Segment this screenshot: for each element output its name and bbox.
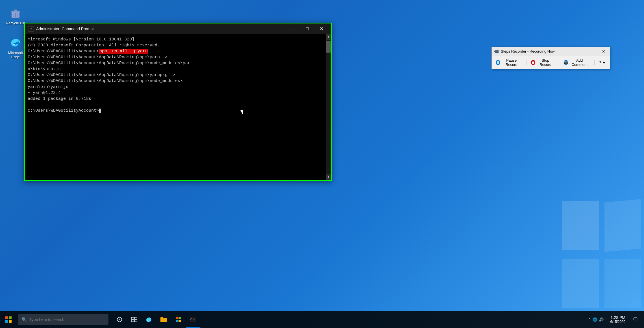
- steps-recorder-icon: 📹: [494, 49, 499, 54]
- cmd-window: C:\ Administrator: Command Prompt — □ ✕ …: [24, 23, 332, 181]
- cmd-content[interactable]: Microsoft Windows [Version 10.0.19041.32…: [25, 34, 331, 180]
- taskbar: 🔍: [0, 311, 644, 328]
- cmd-line-5: n\bin\yarn.js: [28, 66, 328, 72]
- help-button[interactable]: ? ▼: [597, 60, 608, 66]
- toolbar-separator-1: [526, 60, 526, 65]
- toolbar-separator-2: [559, 60, 559, 65]
- steps-recorder-controls: — ✕: [591, 48, 608, 55]
- steps-recorder-window: 📹 Steps Recorder - Recording Now — ✕ ⏸ P…: [491, 47, 610, 69]
- task-view-button[interactable]: [112, 311, 127, 328]
- notification-button[interactable]: 🗨: [630, 311, 641, 328]
- svg-rect-15: [131, 317, 134, 319]
- search-icon: 🔍: [21, 317, 27, 322]
- cmd-line-4: C:\Users\WDAGUtilityAccount\AppData\Roam…: [28, 54, 328, 66]
- edge-icon[interactable]: Microsoft Edge: [4, 34, 27, 61]
- cmd-prompt-2: C:\Users\WDAGUtilityAccount>: [28, 108, 99, 113]
- search-bar[interactable]: 🔍: [18, 314, 108, 325]
- svg-text:C:\>: C:\>: [190, 318, 195, 321]
- recycle-bin-label: Recycle Bin: [6, 21, 25, 25]
- svg-rect-25: [179, 320, 181, 322]
- cmd-controls: — □ ✕: [286, 23, 328, 34]
- cmd-titlebar: C:\ Administrator: Command Prompt — □ ✕: [25, 23, 331, 34]
- scrollbar-track[interactable]: [326, 40, 331, 174]
- clock-time: 1:28 PM: [611, 315, 625, 320]
- add-comment-button[interactable]: 📷 Add Comment: [562, 57, 591, 68]
- cmd-taskbar-button[interactable]: C:\>: [186, 311, 200, 328]
- edge-taskbar-button[interactable]: [142, 311, 156, 328]
- svg-rect-23: [179, 317, 181, 319]
- svg-rect-16: [134, 317, 137, 319]
- tray-chevron[interactable]: ⌃: [588, 317, 591, 322]
- edge-image: [8, 35, 23, 49]
- stop-record-label: Stop Record: [536, 58, 554, 67]
- cmd-highlighted-text: npm install -g yarn: [99, 49, 148, 54]
- svg-point-14: [119, 319, 120, 320]
- help-label: ?: [599, 61, 601, 65]
- pause-icon: ⏸: [496, 60, 500, 65]
- help-dropdown-icon: ▼: [602, 61, 606, 65]
- recycle-bin-icon[interactable]: Recycle Bin: [4, 4, 27, 27]
- cmd-line-8: + yarn@1.22.4: [28, 90, 328, 96]
- steps-recorder-minimize-button[interactable]: —: [591, 48, 599, 55]
- windows-logo-graphic: [562, 201, 641, 308]
- steps-recorder-title: Steps Recorder - Recording Now: [501, 49, 591, 53]
- steps-recorder-close-button[interactable]: ✕: [600, 48, 608, 55]
- cmd-blank-1: [28, 102, 328, 108]
- svg-rect-9: [5, 316, 8, 319]
- steps-recorder-toolbar: ⏸ Pause Record ⏹ Stop Record 📷 Add Comme…: [492, 56, 610, 69]
- steps-recorder-titlebar: 📹 Steps Recorder - Recording Now — ✕: [492, 47, 610, 56]
- svg-rect-2: [14, 10, 17, 11]
- cmd-close-button[interactable]: ✕: [315, 23, 328, 34]
- add-comment-label: Add Comment: [569, 58, 590, 67]
- scrollbar-down-arrow[interactable]: ▼: [326, 174, 331, 180]
- cmd-cursor: [99, 109, 101, 113]
- pause-record-button[interactable]: ⏸ Pause Record: [494, 57, 523, 68]
- scrollbar-up-arrow[interactable]: ▲: [326, 34, 331, 40]
- pause-record-label: Pause Record: [501, 58, 522, 67]
- toolbar-separator-3: [594, 60, 595, 65]
- taskbar-icons: C:\>: [112, 311, 200, 328]
- svg-rect-21: [161, 319, 166, 319]
- desktop: Recycle Bin Microsoft Edge C:\ Administr…: [0, 0, 644, 328]
- edge-label: Microsoft Edge: [6, 51, 25, 59]
- cmd-line-3: C:\Users\WDAGUtilityAccount>npm install …: [28, 48, 328, 54]
- svg-rect-12: [9, 320, 12, 323]
- cmd-title: Administrator: Command Prompt: [36, 27, 286, 31]
- stop-record-button[interactable]: ⏹ Stop Record: [529, 57, 556, 68]
- clock[interactable]: 1:28 PM 6/15/2020: [608, 315, 628, 324]
- cmd-scrollbar[interactable]: ▲ ▼: [326, 34, 331, 180]
- cmd-prompt-line: C:\Users\WDAGUtilityAccount>: [28, 108, 328, 114]
- scrollbar-thumb[interactable]: [326, 41, 331, 53]
- svg-rect-22: [176, 317, 178, 319]
- task-switcher-button[interactable]: [127, 311, 141, 328]
- cmd-line-2: (c) 2020 Microsoft Corporation. All righ…: [28, 42, 328, 48]
- taskbar-right: ⌃ 🌐 🔊 1:28 PM 6/15/2020 🗨: [586, 311, 644, 328]
- volume-icon[interactable]: 🔊: [599, 317, 604, 322]
- store-button[interactable]: [171, 311, 185, 328]
- cmd-minimize-button[interactable]: —: [286, 23, 300, 34]
- cmd-titlebar-icon: C:\: [28, 26, 34, 32]
- system-tray[interactable]: ⌃ 🌐 🔊: [586, 317, 606, 322]
- cmd-line-1: Microsoft Windows [Version 10.0.19041.32…: [28, 36, 328, 42]
- search-input[interactable]: [29, 317, 105, 322]
- file-explorer-button[interactable]: [156, 311, 171, 328]
- svg-rect-24: [176, 320, 178, 322]
- cmd-line-9: added 1 package in 0.718s: [28, 96, 328, 102]
- cmd-prompt-1: C:\Users\WDAGUtilityAccount>: [28, 49, 99, 54]
- svg-rect-17: [131, 320, 134, 322]
- svg-rect-11: [5, 320, 8, 323]
- stop-icon: ⏹: [531, 60, 536, 65]
- network-icon[interactable]: 🌐: [593, 317, 597, 322]
- start-button[interactable]: [0, 311, 17, 328]
- svg-text:C:\: C:\: [29, 27, 32, 31]
- camera-icon: 📷: [564, 60, 568, 65]
- recycle-bin-image: [8, 6, 23, 20]
- cmd-line-7: yarn\bin\yarn.js: [28, 84, 328, 90]
- cmd-maximize-button[interactable]: □: [301, 23, 314, 34]
- svg-rect-10: [9, 316, 12, 319]
- svg-rect-18: [134, 320, 137, 322]
- clock-date: 6/15/2020: [610, 320, 625, 324]
- cmd-line-6: C:\Users\WDAGUtilityAccount\AppData\Roam…: [28, 72, 328, 84]
